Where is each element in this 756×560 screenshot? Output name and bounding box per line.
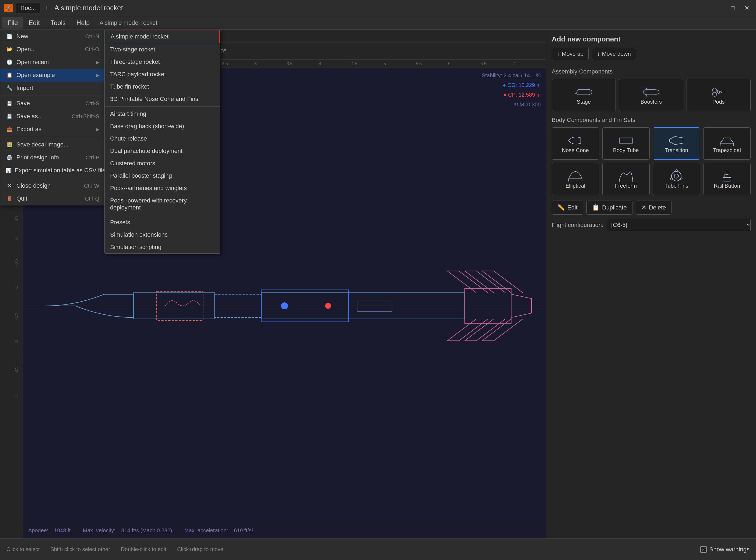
stability-info: Stability: 2.4 cal / 14.1 % ● CG: 10.229…: [482, 71, 541, 109]
example-airstart[interactable]: Airstart timing: [105, 108, 220, 120]
component-transition[interactable]: Transition: [653, 127, 700, 160]
component-pods[interactable]: Pods: [687, 79, 751, 111]
maximize-button[interactable]: □: [728, 3, 738, 13]
freeform-icon: [618, 169, 634, 183]
component-body-tube[interactable]: Body Tube: [602, 127, 650, 160]
trapezoidal-label: Trapezoidal: [713, 147, 741, 154]
move-up-label: Move up: [562, 51, 584, 57]
flight-config-select[interactable]: [C6-5]: [607, 219, 751, 231]
tip-shift-click: Shift+click to select other: [50, 546, 110, 553]
component-elliptical[interactable]: Elliptical: [552, 163, 599, 195]
recent-icon: 🕐: [6, 58, 13, 66]
component-trapezoidal[interactable]: Trapezoidal: [703, 127, 751, 160]
elliptical-icon: [567, 169, 584, 183]
file-save-decal[interactable]: 🖼️ Save decal image...: [0, 138, 105, 151]
flight-config-label: Flight configuration:: [552, 222, 604, 228]
svg-rect-18: [619, 138, 633, 143]
example-two-stage[interactable]: Two-stage rocket: [105, 43, 220, 56]
component-boosters[interactable]: Boosters: [619, 79, 683, 111]
menu-file[interactable]: File: [2, 17, 23, 29]
file-import[interactable]: 🔧 Import: [0, 82, 105, 95]
tab-rocket[interactable]: Roc...: [16, 3, 40, 13]
file-save-as[interactable]: 💾 Save as... Ctrl+Shift-S: [0, 110, 105, 123]
export-icon: 📤: [6, 125, 13, 133]
duplicate-label: Duplicate: [602, 204, 627, 211]
trapezoidal-icon: [719, 134, 735, 147]
file-new[interactable]: 📄 New Ctrl-N: [0, 30, 105, 43]
edit-button[interactable]: ✏️ Edit: [552, 201, 583, 215]
move-down-label: Move down: [602, 51, 631, 57]
show-warnings-toggle[interactable]: Show warnings: [700, 546, 750, 553]
boosters-icon: [641, 85, 660, 99]
example-3d-nose[interactable]: 3D Printable Nose Cone and Fins: [105, 93, 220, 105]
file-print[interactable]: 🖨️ Print design info... Ctrl-P: [0, 151, 105, 164]
duplicate-button[interactable]: 📋 Duplicate: [587, 201, 632, 215]
file-example-label: Open example: [16, 72, 55, 79]
example-pods-powered[interactable]: Pods--powered with recovery deployment: [105, 194, 220, 214]
nose-cone-label: Nose Cone: [562, 147, 589, 154]
tab-new[interactable]: +: [40, 3, 52, 13]
component-rail-button[interactable]: Rail Button: [703, 163, 751, 195]
example-clustered[interactable]: Clustered motors: [105, 157, 220, 169]
example-tarc[interactable]: TARC payload rocket: [105, 68, 220, 80]
file-close[interactable]: ✕ Close design Ctrl-W: [0, 179, 105, 192]
file-print-shortcut: Ctrl-P: [86, 155, 99, 161]
file-export-label: Export as: [16, 126, 41, 133]
transition-label: Transition: [665, 147, 688, 154]
apogee-value: 1048 ft: [54, 527, 70, 533]
action-buttons: ✏️ Edit 📋 Duplicate ✕ Delete: [552, 201, 751, 215]
save-icon: 💾: [6, 100, 13, 107]
rocket-svg: [23, 239, 546, 373]
example-presets[interactable]: Presets: [105, 216, 220, 228]
menu-window-title: A simple model rocket: [99, 19, 157, 26]
component-freeform[interactable]: Freeform: [602, 163, 650, 195]
velocity-label: Max. velocity:: [83, 527, 116, 533]
menu-help[interactable]: Help: [71, 17, 95, 29]
component-tube-fins[interactable]: Tube Fins: [653, 163, 700, 195]
component-stage[interactable]: Stage: [552, 79, 616, 111]
file-save[interactable]: 💾 Save Ctrl-S: [0, 97, 105, 110]
file-open-recent[interactable]: 🕐 Open recent: [0, 56, 105, 69]
window-controls: ─ □ ✕: [714, 3, 752, 13]
example-simple-rocket[interactable]: A simple model rocket: [105, 30, 220, 43]
stage-icon: [574, 85, 593, 99]
move-down-icon: ↓: [597, 51, 600, 57]
file-open-example[interactable]: 📋 Open example: [0, 69, 105, 82]
example-three-stage[interactable]: Three-stage rocket: [105, 56, 220, 68]
file-open[interactable]: 📂 Open... Ctrl-O: [0, 43, 105, 56]
file-save-shortcut: Ctrl-S: [86, 100, 99, 107]
csv-icon: 📊: [6, 167, 12, 174]
file-export[interactable]: 📤 Export as: [0, 123, 105, 136]
example-base-drag[interactable]: Base drag hack (short-wide): [105, 120, 220, 133]
example-parallel[interactable]: Parallel booster staging: [105, 169, 220, 182]
move-down-button[interactable]: ↓ Move down: [592, 48, 636, 60]
example-sim-script[interactable]: Simulation scripting: [105, 241, 220, 253]
new-icon: 📄: [6, 33, 13, 40]
tip-click: Click to select: [6, 546, 40, 553]
component-nose-cone[interactable]: Nose Cone: [552, 127, 599, 160]
file-quit[interactable]: 🚪 Quit Ctrl-Q: [0, 192, 105, 205]
example-chute[interactable]: Chute release: [105, 133, 220, 145]
body-section-title: Body Components and Fin Sets: [552, 117, 751, 124]
assembly-section-title: Assembly Components: [552, 68, 751, 75]
example-sim-ext[interactable]: Simulation extensions: [105, 228, 220, 241]
delete-button[interactable]: ✕ Delete: [636, 201, 672, 215]
example-dual-para[interactable]: Dual parachute deployment: [105, 145, 220, 157]
rail-button-label: Rail Button: [714, 183, 740, 189]
minimize-button[interactable]: ─: [714, 3, 724, 13]
file-export-csv[interactable]: 📊 Export simulation table as CSV file: [0, 164, 105, 177]
close-design-icon: ✕: [6, 182, 13, 189]
move-up-button[interactable]: ↑ Move up: [552, 48, 589, 60]
file-quit-label: Quit: [16, 195, 27, 202]
example-pods-airframes[interactable]: Pods--airframes and winglets: [105, 182, 220, 194]
example-tube-fin[interactable]: Tube fin rocket: [105, 80, 220, 93]
menu-edit[interactable]: Edit: [23, 17, 45, 29]
status-bar: Click to select Shift+click to select ot…: [0, 538, 756, 560]
tip-double-click: Double-click to edit: [121, 546, 166, 553]
menu-tools[interactable]: Tools: [45, 17, 71, 29]
rotation-value: 0°: [220, 48, 226, 55]
file-close-label: Close design: [16, 182, 50, 189]
show-warnings-checkbox[interactable]: [700, 546, 707, 553]
close-button[interactable]: ✕: [742, 3, 752, 13]
flight-config-row: Flight configuration: [C6-5]: [552, 219, 751, 231]
